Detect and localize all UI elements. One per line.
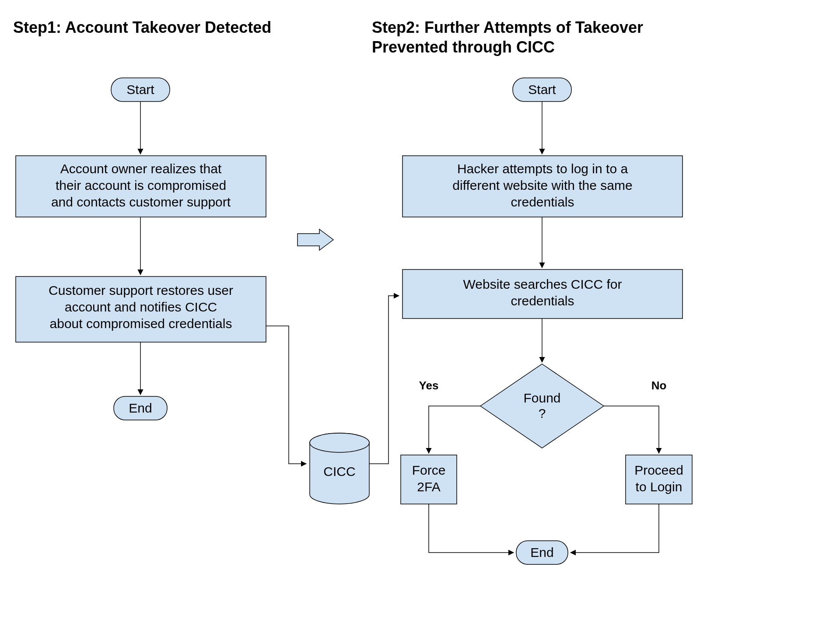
flow-connector-arrow <box>298 229 333 250</box>
step2-force-l1: Force <box>412 463 446 477</box>
step2-end-text: End <box>530 545 553 560</box>
step2-edge-proceed-end <box>570 504 659 553</box>
step1-start-node: Start <box>111 78 170 102</box>
step2-yes-label: Yes <box>419 379 439 392</box>
step2-title-l1: Step2: Further Attempts of Takeover <box>372 18 643 36</box>
step1-box2-l3: about compromised credentials <box>50 316 232 331</box>
step2-start-text: Start <box>528 82 556 97</box>
step2-end-node: End <box>516 541 568 564</box>
step1-end-text: End <box>129 401 152 415</box>
step1-box2-l1: Customer support restores user <box>49 283 233 298</box>
step2-proceed: Proceed to Login <box>626 455 692 504</box>
step1-edge-box2-cicc <box>266 326 306 464</box>
step2-edge-force-end <box>429 504 514 553</box>
cicc-label: CICC <box>323 464 355 479</box>
step2-proceed-l2: to Login <box>636 480 682 494</box>
step2-force-l2: 2FA <box>417 480 440 494</box>
step1-box1-l2: their account is compromised <box>56 178 226 192</box>
step1-box2: Customer support restores user account a… <box>16 276 266 342</box>
step2-edge-yes <box>429 406 480 453</box>
step1-title: Step1: Account Takeover Detected <box>13 18 271 36</box>
step1-end-node: End <box>114 396 167 420</box>
step2-decision-l2: ? <box>539 406 546 420</box>
step2-box1-l1: Hacker attempts to log in to a <box>457 161 628 176</box>
step1-box1-l1: Account owner realizes that <box>60 161 222 176</box>
step2-box2-l2: credentials <box>511 294 574 308</box>
step1-box1: Account owner realizes that their accoun… <box>16 156 266 217</box>
edge-cicc-step2box2 <box>369 296 399 464</box>
svg-point-4 <box>310 433 369 452</box>
step2-box1-l3: credentials <box>511 195 574 209</box>
step2-no-label: No <box>651 379 667 392</box>
step2-box2-l1: Website searches CICC for <box>463 277 622 291</box>
step2-box1: Hacker attempts to log in to a different… <box>402 156 682 217</box>
step1-start-text: Start <box>126 82 154 97</box>
step2-decision: Found ? <box>480 364 604 448</box>
step2-box1-l2: different website with the same <box>452 178 632 192</box>
step1-box2-l2: account and notifies CICC <box>65 300 217 314</box>
step2-box2: Website searches CICC for credentials <box>402 270 682 318</box>
step2-proceed-l1: Proceed <box>634 463 683 477</box>
step2-decision-l1: Found <box>523 391 560 405</box>
step2-title-l2: Prevented through CICC <box>372 38 555 56</box>
step2-start-node: Start <box>513 78 571 102</box>
step1-box1-l3: and contacts customer support <box>51 195 231 209</box>
step2-force2fa: Force 2FA <box>401 455 457 504</box>
cicc-database: CICC <box>310 433 369 504</box>
step2-edge-no <box>604 406 659 453</box>
